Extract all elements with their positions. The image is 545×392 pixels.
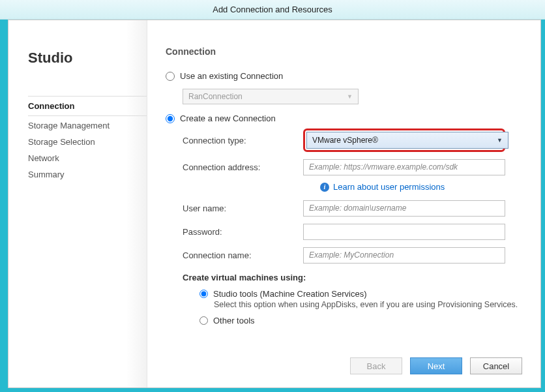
sidebar: Studio Connection Storage Management Sto…: [8, 20, 147, 387]
user-name-input[interactable]: [303, 200, 505, 217]
vm-tools-opt-other[interactable]: Other tools: [199, 316, 522, 325]
vm-tools-opt-studio[interactable]: Studio tools (Machine Creation Services)…: [199, 289, 522, 309]
create-new-radio[interactable]: [166, 114, 175, 123]
connection-address-input[interactable]: [303, 159, 505, 175]
connection-form: Connection type: VMware vSphere® ▼ Conne…: [183, 128, 522, 332]
connection-address-label: Connection address:: [183, 162, 303, 172]
sidebar-item-label: Storage Selection: [28, 137, 95, 147]
cancel-button[interactable]: Cancel: [470, 357, 522, 374]
connection-type-highlight: VMware vSphere® ▼: [303, 128, 505, 152]
chevron-down-icon: ▼: [497, 137, 503, 143]
sidebar-item-summary[interactable]: Summary: [28, 166, 147, 183]
chevron-down-icon: ▼: [347, 93, 353, 100]
existing-connection-select: RanConnection ▼: [183, 89, 359, 104]
sidebar-item-storage-management[interactable]: Storage Management: [28, 117, 147, 134]
permissions-link[interactable]: Learn about user permissions: [333, 182, 445, 192]
existing-connection-value: RanConnection: [188, 92, 243, 101]
password-label: Password:: [183, 227, 303, 237]
vm-tools-studio-desc: Select this option when using AppDisks, …: [214, 300, 522, 309]
use-existing-radio[interactable]: [166, 72, 175, 81]
permissions-link-row: i Learn about user permissions: [320, 182, 522, 192]
connection-type-select[interactable]: VMware vSphere® ▼: [306, 132, 508, 149]
vm-tools-studio-label: Studio tools (Machine Creation Services): [213, 289, 367, 299]
info-icon: i: [320, 183, 329, 192]
connection-type-label: Connection type:: [183, 136, 303, 145]
sidebar-item-label: Storage Management: [28, 121, 110, 130]
password-input[interactable]: [303, 224, 505, 240]
main-panel: Connection Use an existing Connection Ra…: [147, 20, 540, 387]
back-button: Back: [350, 357, 402, 374]
vm-tools-other-radio[interactable]: [199, 316, 208, 325]
create-new-option[interactable]: Create a new Connection: [166, 113, 522, 123]
sidebar-item-label: Network: [28, 153, 59, 163]
window-title: Add Connection and Resources: [213, 5, 332, 14]
connection-type-value: VMware vSphere®: [312, 136, 378, 145]
dialog-window: Studio Connection Storage Management Sto…: [8, 20, 541, 388]
vm-tools-other-label: Other tools: [213, 316, 255, 325]
use-existing-label: Use an existing Connection: [180, 71, 283, 81]
sidebar-heading: Studio: [28, 50, 147, 67]
dialog-buttons: Back Next Cancel: [350, 357, 522, 374]
connection-name-label: Connection name:: [183, 250, 303, 260]
sidebar-item-label: Connection: [28, 101, 75, 111]
vm-tools-section: Create virtual machines using: Studio to…: [183, 273, 522, 325]
create-new-label: Create a new Connection: [180, 113, 276, 123]
sidebar-item-storage-selection[interactable]: Storage Selection: [28, 134, 147, 150]
sidebar-item-label: Summary: [28, 170, 65, 179]
sidebar-item-network[interactable]: Network: [28, 150, 147, 166]
use-existing-option[interactable]: Use an existing Connection: [166, 71, 522, 81]
sidebar-item-connection[interactable]: Connection: [28, 96, 147, 116]
next-button[interactable]: Next: [410, 357, 462, 374]
vm-tools-studio-radio[interactable]: [199, 290, 208, 298]
section-title: Connection: [166, 46, 522, 57]
window-titlebar: Add Connection and Resources: [0, 0, 545, 20]
connection-name-input[interactable]: [303, 247, 505, 264]
vm-tools-title: Create virtual machines using:: [183, 273, 522, 282]
user-name-label: User name:: [183, 204, 303, 213]
